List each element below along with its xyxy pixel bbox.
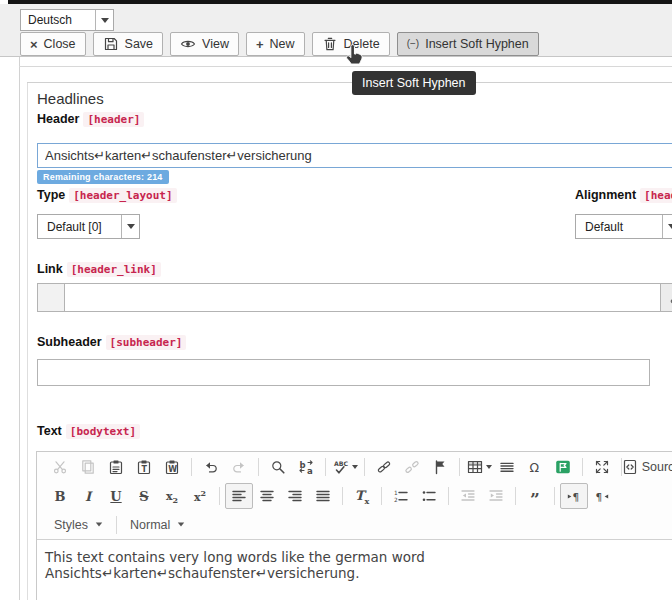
save-button[interactable]: Save bbox=[93, 32, 164, 56]
hand-cursor-icon bbox=[344, 43, 364, 71]
svg-text:T: T bbox=[142, 464, 148, 473]
find-icon bbox=[270, 459, 286, 475]
source-button-label: Source bbox=[642, 460, 672, 474]
link-button[interactable] bbox=[370, 454, 398, 480]
view-button[interactable]: View bbox=[170, 32, 239, 56]
view-button-label: View bbox=[202, 37, 229, 51]
chevron-down-icon bbox=[662, 215, 672, 238]
unordered-list-button[interactable] bbox=[415, 483, 443, 509]
new-button[interactable]: +New bbox=[246, 32, 305, 56]
align-center-button[interactable] bbox=[253, 483, 281, 509]
blockquote-button[interactable]: ” bbox=[521, 483, 549, 509]
link-browser-button[interactable] bbox=[661, 283, 672, 312]
new-button-label: New bbox=[270, 37, 295, 51]
align-center-icon bbox=[259, 488, 275, 504]
italic-button[interactable]: I bbox=[74, 483, 102, 509]
paste-word-button[interactable]: W bbox=[158, 454, 186, 480]
find-button[interactable] bbox=[264, 454, 292, 480]
soft-hyphen-icon: (−) bbox=[407, 39, 420, 49]
alignment-select-value: Default bbox=[576, 220, 662, 234]
header-input[interactable] bbox=[37, 143, 672, 168]
paragraph-format-combo[interactable]: Normal bbox=[122, 518, 193, 532]
type-select[interactable]: Default [0] bbox=[37, 214, 140, 239]
typo3-edit-form-screen: Deutsch ×CloseSaveView+NewDelete(−)Inser… bbox=[0, 0, 672, 600]
unlink-icon bbox=[404, 459, 420, 475]
align-justify-button[interactable] bbox=[309, 483, 337, 509]
link-field-group bbox=[37, 283, 672, 312]
editor-content-area[interactable]: This text contains very long words like … bbox=[37, 539, 672, 600]
insert-soft-hyphen-button[interactable]: (−)Insert Soft Hyphen bbox=[397, 32, 539, 56]
indent-icon bbox=[488, 488, 504, 504]
superscript-icon: x2 bbox=[194, 487, 206, 505]
language-select[interactable]: Deutsch bbox=[20, 9, 114, 31]
text-field-tag: [bodytext] bbox=[66, 424, 140, 439]
subscript-button[interactable]: x2 bbox=[158, 483, 186, 509]
link-input[interactable] bbox=[65, 283, 661, 312]
paste-icon bbox=[108, 459, 124, 475]
close-button[interactable]: ×Close bbox=[20, 32, 86, 56]
underline-button[interactable]: U bbox=[102, 483, 130, 509]
horizontal-rule-button[interactable] bbox=[493, 454, 521, 480]
ordered-list-button[interactable]: 12 bbox=[387, 483, 415, 509]
outdent-button bbox=[454, 483, 482, 509]
toolbar-separator bbox=[582, 458, 583, 476]
replace-button[interactable]: ba bbox=[292, 454, 320, 480]
image-button[interactable] bbox=[549, 454, 577, 480]
replace-icon: ba bbox=[298, 459, 314, 475]
undo-button[interactable] bbox=[197, 454, 225, 480]
redo-icon bbox=[231, 459, 247, 475]
strike-icon: S bbox=[139, 487, 148, 505]
dir-ltr-icon: ¶ bbox=[566, 488, 582, 504]
subheader-input[interactable] bbox=[37, 359, 650, 386]
bold-icon: B bbox=[55, 487, 66, 505]
toolbar-separator bbox=[364, 458, 365, 476]
anchor-icon bbox=[432, 459, 448, 475]
link-icon bbox=[376, 459, 392, 475]
align-left-button[interactable] bbox=[225, 483, 253, 509]
editor-body-text: This text contains very long words like … bbox=[45, 549, 425, 581]
alignment-select[interactable]: Default bbox=[575, 214, 672, 239]
paste-button[interactable] bbox=[102, 454, 130, 480]
superscript-button[interactable]: x2 bbox=[186, 483, 214, 509]
dir-ltr-button[interactable]: ¶ bbox=[560, 483, 588, 509]
maximize-button[interactable] bbox=[588, 454, 616, 480]
subheader-field-tag: [subheader] bbox=[106, 335, 187, 350]
dir-rtl-button[interactable]: ¶ bbox=[588, 483, 616, 509]
svg-text:a: a bbox=[307, 466, 313, 475]
view-icon bbox=[180, 36, 196, 52]
underline-icon: U bbox=[110, 487, 121, 505]
chevron-down-icon bbox=[178, 523, 184, 527]
editor-toolbar-row-1: TWbaABCΩSource bbox=[37, 452, 672, 481]
source-button[interactable]: Source bbox=[627, 454, 672, 480]
maximize-icon bbox=[594, 459, 610, 475]
indent-button bbox=[482, 483, 510, 509]
strike-button[interactable]: S bbox=[130, 483, 158, 509]
spellcheck-button[interactable]: ABC bbox=[331, 454, 359, 480]
alignment-field-tag: [header_p bbox=[640, 188, 672, 203]
styles-combo-label: Styles bbox=[54, 518, 88, 532]
plus-icon: + bbox=[256, 38, 264, 51]
bold-button[interactable]: B bbox=[46, 483, 74, 509]
cut-button bbox=[46, 454, 74, 480]
svg-text:2: 2 bbox=[394, 497, 398, 503]
table-button[interactable] bbox=[465, 454, 493, 480]
styles-combo[interactable]: Styles bbox=[46, 518, 111, 532]
align-right-button[interactable] bbox=[281, 483, 309, 509]
redo-button bbox=[225, 454, 253, 480]
docheader: Deutsch ×CloseSaveView+NewDelete(−)Inser… bbox=[0, 4, 672, 57]
paste-text-button[interactable]: T bbox=[130, 454, 158, 480]
toolbar-separator bbox=[554, 487, 555, 505]
copy-icon bbox=[80, 459, 96, 475]
toolbar-separator bbox=[325, 458, 326, 476]
toolbar-separator bbox=[515, 487, 516, 505]
svg-text:W: W bbox=[168, 464, 177, 473]
remove-format-icon: Tx bbox=[355, 486, 369, 505]
special-char-button[interactable]: Ω bbox=[521, 454, 549, 480]
form-panel-border-top bbox=[27, 82, 672, 83]
insert-soft-hyphen-button-label: Insert Soft Hyphen bbox=[425, 37, 529, 51]
remove-format-button[interactable]: Tx bbox=[348, 483, 376, 509]
anchor-button[interactable] bbox=[426, 454, 454, 480]
form-panel-border-left bbox=[27, 82, 28, 600]
toolbar-separator bbox=[342, 487, 343, 505]
type-select-value: Default [0] bbox=[38, 220, 121, 234]
